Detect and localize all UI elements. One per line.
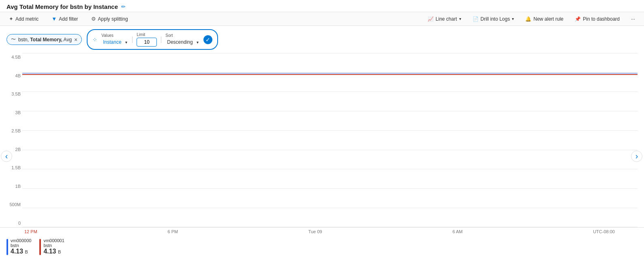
grid-line-8 [22,188,638,189]
pin-to-dashboard-button[interactable]: 📌 Pin to dashboard [572,15,622,23]
grid-line-9 [22,208,638,208]
grid-line-10 [22,227,638,227]
main-body: ‹ › 4.5B 4B 3.5B 3B 2.5B 2B 1.5B 1B 500M… [0,53,644,259]
more-icon: ··· [631,16,635,22]
add-metric-button[interactable]: ✦ Add metric [6,15,41,23]
grid-line-4 [22,111,638,111]
y-label-1-5b: 1.5B [2,165,21,170]
split-icon: ⚙ [91,16,96,22]
values-select-wrapper: Instance Name Region [101,38,128,46]
limit-input[interactable] [137,38,157,47]
legend-color-1 [39,239,41,255]
grid-line-5 [22,130,638,131]
chart-legend: vm000000 bstn 4.13 B vm000001 bstn 4.13 … [0,236,644,259]
logs-icon: 📄 [473,16,479,22]
alert-icon: 🔔 [525,16,531,22]
nav-right-button[interactable]: › [631,151,642,162]
metric-label: bstn, Total Memory, Avg [18,37,72,43]
metric-pill: 〜 bstn, Total Memory, Avg × [6,34,82,45]
grid-line-6 [22,150,638,150]
limit-label: Limit [137,32,157,37]
y-label-4-5b: 4.5B [2,55,21,60]
legend-metric-0: bstn [11,243,31,248]
y-label-3-5b: 3.5B [2,92,21,96]
toolbar-right: 📈 Line chart ▾ 📄 Drill into Logs ▾ 🔔 New… [425,15,638,23]
legend-color-0 [6,239,8,255]
x-label-tue09: Tue 09 [308,229,322,234]
metric-icon: 〜 [11,36,16,43]
add-filter-button[interactable]: ▼ Add filter [49,15,80,23]
legend-text-0: vm000000 bstn 4.13 B [11,238,31,255]
y-axis: 4.5B 4B 3.5B 3B 2.5B 2B 1.5B 1B 500M 0 [0,53,22,227]
plus-icon: ✦ [9,16,13,22]
chevron-down-icon: ▾ [459,17,461,21]
apply-splitting-button[interactable]: ⚙ Apply splitting [89,15,131,23]
drill-into-logs-button[interactable]: 📄 Drill into Logs ▾ [470,15,517,23]
x-label-utc: UTC-08:00 [593,229,615,234]
grid-line-3 [22,92,638,92]
legend-vm-1: vm000001 [43,238,64,243]
x-label-6am: 6 AM [452,229,462,234]
chevron-down-icon: ▾ [512,17,514,21]
legend-item-1: vm000001 bstn 4.13 B [39,238,64,255]
y-label-500m: 500M [2,202,21,207]
chart-container: 4.5B 4B 3.5B 3B 2.5B 2B 1.5B 1B 500M 0 [0,53,644,227]
values-select[interactable]: Instance Name Region [101,38,128,46]
page-title: Avg Total Memory for bstn by Instance [6,3,118,10]
legend-item-0: vm000000 bstn 4.13 B [6,238,31,255]
confirm-splitting-button[interactable]: ✓ [203,35,212,44]
split-dots-icon: ⁘ [92,36,97,43]
sort-field: Sort Descending Ascending [165,33,199,46]
grid-line-1 [22,53,638,53]
split-panel: ⁘ Values Instance Name Region Limit Sort… [87,29,218,50]
y-label-2-5b: 2.5B [2,128,21,133]
sort-label: Sort [165,33,199,38]
sort-select-wrapper: Descending Ascending [165,38,199,46]
legend-value-1: 4.13 B [43,248,64,255]
divider2 [161,36,161,43]
more-options-button[interactable]: ··· [629,15,638,23]
legend-vm-0: vm000000 [11,238,31,243]
pin-icon: 📌 [575,16,581,22]
x-label-6pm: 6 PM [167,229,178,234]
splitting-controls: 〜 bstn, Total Memory, Avg × ⁘ Values Ins… [0,26,644,53]
grid-line-7 [22,169,638,169]
new-alert-rule-button[interactable]: 🔔 New alert rule [523,15,566,23]
remove-metric-button[interactable]: × [74,37,77,43]
page-header: Avg Total Memory for bstn by Instance ✏ [0,0,644,12]
values-field: Values Instance Name Region [101,33,128,46]
limit-field: Limit [137,32,157,47]
divider [132,36,133,43]
legend-text-1: vm000001 bstn 4.13 B [43,238,64,255]
y-label-0: 0 [2,221,21,226]
x-label-12pm: 12 PM [24,229,37,234]
line-chart-icon: 📈 [428,16,434,22]
chart-inner [22,53,638,227]
toolbar: ✦ Add metric ▼ Add filter ⚙ Apply splitt… [0,12,644,26]
edit-title-icon[interactable]: ✏ [121,4,126,10]
line-chart-button[interactable]: 📈 Line chart ▾ [425,15,464,23]
nav-left-button[interactable]: ‹ [1,151,12,162]
chart-line-red [22,74,638,75]
filter-icon: ▼ [51,16,57,22]
toolbar-left: ✦ Add metric ▼ Add filter ⚙ Apply splitt… [6,15,131,23]
y-label-3b: 3B [2,110,21,115]
y-label-4b: 4B [2,73,21,78]
x-axis: 12 PM 6 PM Tue 09 6 AM UTC-08:00 [0,227,644,236]
values-label: Values [101,33,128,38]
legend-metric-1: bstn [43,243,64,248]
sort-select[interactable]: Descending Ascending [165,38,199,46]
y-label-1b: 1B [2,184,21,189]
legend-value-0: 4.13 B [11,248,31,255]
